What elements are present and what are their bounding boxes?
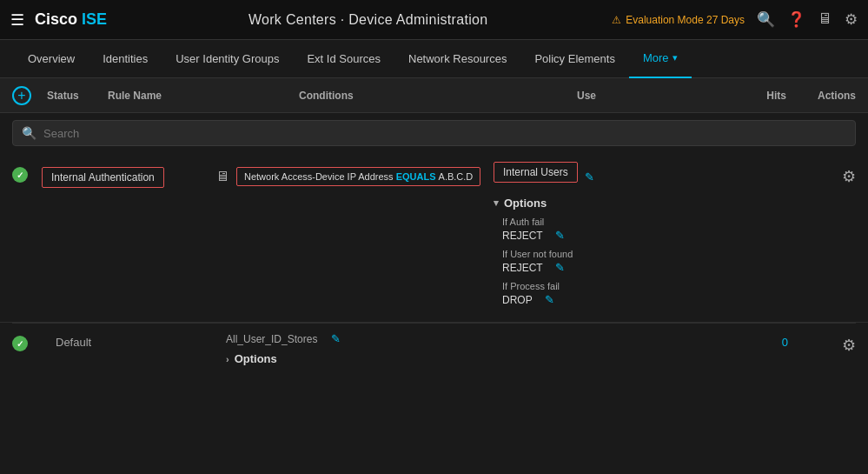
rule-name-col: Internal Authentication (42, 162, 215, 188)
rule-name-box: Internal Authentication (42, 167, 164, 188)
settings-icon[interactable]: ⚙ (845, 10, 858, 29)
if-process-fail-value: DROP (502, 294, 533, 306)
if-user-not-found-option: If User not found REJECT ✎ (502, 249, 795, 274)
default-options-chevron-icon: › (226, 354, 229, 364)
page-title: Work Centers · Device Administration (124, 12, 612, 28)
search-bar: 🔍 (12, 120, 856, 146)
internal-users-box: Internal Users (494, 162, 578, 183)
if-process-fail-label: If Process fail (502, 281, 795, 291)
if-user-not-found-value: REJECT (502, 262, 543, 274)
if-user-not-found-value-row: REJECT ✎ (502, 261, 795, 274)
col-conditions: Conditions (299, 90, 577, 102)
topbar-right: ⚠ Evaluation Mode 27 Days 🔍 ❓ 🖥 ⚙ (612, 10, 858, 29)
nav-policy-elements[interactable]: Policy Elements (520, 40, 628, 78)
status-active-dot (12, 167, 28, 183)
nav-ext-id-sources[interactable]: Ext Id Sources (293, 40, 394, 78)
more-chevron-icon: ▾ (673, 52, 678, 63)
all-user-stores-edit-button[interactable]: ✎ (331, 332, 341, 345)
nav-overview[interactable]: Overview (14, 40, 89, 78)
logo-ise: ISE (82, 10, 107, 28)
default-gear-icon[interactable]: ⚙ (842, 336, 856, 355)
default-options-title: › Options (226, 352, 752, 365)
search-icon[interactable]: 🔍 (757, 10, 775, 29)
conditions-col: 🖥 Network Access-Device IP Address EQUAL… (215, 162, 485, 186)
if-process-fail-edit-button[interactable]: ✎ (545, 293, 554, 306)
use-top-row: Internal Users ✎ (494, 162, 795, 191)
search-input[interactable] (43, 127, 846, 140)
search-input-icon: 🔍 (22, 126, 36, 140)
col-rule-name: Rule Name (108, 90, 299, 102)
if-auth-fail-value: REJECT (502, 230, 543, 242)
col-hits: Hits (743, 90, 786, 102)
options-block: If Auth fail REJECT ✎ If User not found … (502, 217, 795, 306)
if-auth-fail-label: If Auth fail (502, 217, 795, 227)
if-auth-fail-option: If Auth fail REJECT ✎ (502, 217, 795, 242)
eval-text: Evaluation Mode 27 Days (626, 14, 745, 26)
condition-operator: EQUALS (396, 171, 439, 182)
condition-monitor-icon: 🖥 (215, 169, 229, 184)
condition-value: A.B.C.D (439, 171, 474, 182)
default-hits: 0 (752, 332, 795, 349)
table-header: + Status Rule Name Conditions Use Hits A… (0, 78, 868, 113)
row-status (12, 162, 42, 183)
table-row: Internal Authentication 🖥 Network Access… (0, 153, 868, 323)
if-auth-fail-value-row: REJECT ✎ (502, 229, 795, 242)
row-gear-icon[interactable]: ⚙ (842, 167, 856, 186)
condition-box: Network Access-Device IP Address EQUALS … (236, 167, 480, 186)
if-process-fail-value-row: DROP ✎ (502, 293, 795, 306)
nav-network-resources[interactable]: Network Resources (394, 40, 520, 78)
identity-store-edit-button[interactable]: ✎ (585, 170, 594, 184)
if-user-not-found-edit-button[interactable]: ✎ (555, 261, 565, 274)
monitor-icon[interactable]: 🖥 (818, 10, 832, 29)
col-use: Use (577, 90, 743, 102)
logo-cisco: Cisco (35, 10, 82, 28)
options-section-title: ▾ Options (494, 197, 795, 210)
default-status-dot (12, 336, 28, 351)
menu-icon[interactable]: ☰ (10, 10, 24, 30)
col-status: Status (47, 90, 108, 102)
add-rule-button[interactable]: + (12, 86, 31, 105)
secondary-nav: Overview Identities User Identity Groups… (0, 40, 868, 78)
nav-user-identity-groups[interactable]: User Identity Groups (162, 40, 293, 78)
default-status (12, 332, 42, 351)
all-user-stores-label: All_User_ID_Stores (226, 333, 317, 345)
default-actions: ⚙ (795, 332, 856, 355)
topbar: ☰ Cisco ISE Work Centers · Device Admini… (0, 0, 868, 40)
nav-identities[interactable]: Identities (89, 40, 162, 78)
topbar-icons: 🔍 ❓ 🖥 ⚙ (757, 10, 858, 29)
condition-text: Network Access-Device IP Address (244, 171, 394, 182)
col-actions: Actions (786, 90, 856, 102)
use-panel: Internal Users ✎ ▾ Options If Auth fail … (485, 162, 795, 313)
default-row: Default All_User_ID_Stores ✎ › Options 0… (0, 324, 868, 384)
if-process-fail-option: If Process fail DROP ✎ (502, 281, 795, 306)
warning-icon: ⚠ (612, 14, 621, 26)
if-auth-fail-edit-button[interactable]: ✎ (555, 229, 565, 242)
all-user-stores-row: All_User_ID_Stores ✎ (226, 332, 752, 345)
help-icon[interactable]: ❓ (787, 10, 805, 29)
default-rule-name: Default (56, 332, 217, 349)
app-logo: Cisco ISE (35, 10, 107, 29)
eval-badge: ⚠ Evaluation Mode 27 Days (612, 14, 745, 26)
options-chevron-icon: ▾ (494, 197, 499, 209)
row-actions: ⚙ (795, 162, 856, 186)
default-use-panel: All_User_ID_Stores ✎ › Options (217, 332, 752, 372)
nav-more[interactable]: More ▾ (629, 40, 692, 78)
if-user-not-found-label: If User not found (502, 249, 795, 259)
table-content: Internal Authentication 🖥 Network Access… (0, 153, 868, 384)
